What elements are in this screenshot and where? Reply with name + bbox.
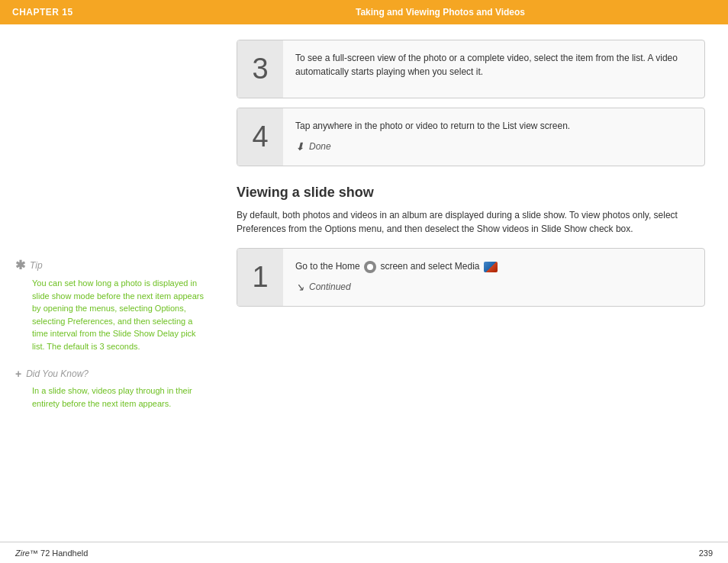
chapter-title: Taking and Viewing Photos and Videos bbox=[165, 7, 716, 18]
header-bar: CHAPTER 15 Taking and Viewing Photos and… bbox=[0, 0, 728, 24]
dyk-plus-icon: + bbox=[15, 368, 21, 380]
tip-label: Tip bbox=[30, 260, 43, 271]
tip-text: You can set how long a photo is displaye… bbox=[15, 277, 206, 352]
sidebar: ✱ Tip You can set how long a photo is di… bbox=[0, 24, 221, 563]
footer-page-number: 239 bbox=[699, 549, 713, 558]
step-text-suffix: screen and select Media bbox=[380, 261, 479, 272]
section-desc-slideshow: By default, both photos and videos in an… bbox=[237, 208, 705, 236]
step-number-1: 1 bbox=[237, 249, 283, 306]
step-card-1: 1 Go to the Home screen and select Media… bbox=[237, 248, 705, 307]
step-card-3: 3 To see a full-screen view of the photo… bbox=[237, 40, 705, 98]
tip-section: ✱ Tip You can set how long a photo is di… bbox=[15, 258, 206, 352]
dyk-header: + Did You Know? bbox=[15, 368, 206, 380]
chapter-label: CHAPTER 15 bbox=[12, 7, 165, 18]
step-card-4: 4 Tap anywhere in the photo or video to … bbox=[237, 108, 705, 166]
done-label: Done bbox=[309, 141, 331, 152]
continued-label: Continued bbox=[309, 282, 351, 292]
step-body-4: Tap anywhere in the photo or video to re… bbox=[283, 108, 704, 166]
step-text-4: Tap anywhere in the photo or video to re… bbox=[295, 119, 692, 133]
main-content: ✱ Tip You can set how long a photo is di… bbox=[0, 24, 728, 563]
done-arrow-icon: ⬇ bbox=[295, 140, 304, 153]
step-done-indicator: ⬇ Done bbox=[295, 140, 692, 153]
step-text-prefix: Go to the Home bbox=[295, 261, 360, 272]
step-number-4: 4 bbox=[237, 108, 283, 166]
step-body-3: To see a full-screen view of the photo o… bbox=[283, 40, 704, 98]
tip-asterisk-icon: ✱ bbox=[15, 258, 25, 272]
footer: Zire™ 72 Handheld 239 bbox=[0, 542, 728, 563]
tip-header: ✱ Tip bbox=[15, 258, 206, 272]
footer-brand: Zire™ 72 Handheld bbox=[15, 549, 699, 558]
dyk-label: Did You Know? bbox=[26, 368, 89, 379]
continued-arrow-icon: ↘ bbox=[295, 281, 304, 293]
media-icon bbox=[484, 262, 498, 272]
dyk-text: In a slide show, videos play through in … bbox=[15, 384, 206, 410]
step-body-1: Go to the Home screen and select Media ↘… bbox=[283, 249, 704, 306]
footer-trademark: ™ bbox=[30, 549, 38, 558]
step-text-1: Go to the Home screen and select Media bbox=[295, 259, 692, 273]
step-continued-indicator: ↘ Continued bbox=[295, 281, 692, 293]
step-number-3: 3 bbox=[237, 40, 283, 98]
did-you-know-section: + Did You Know? In a slide show, videos … bbox=[15, 368, 206, 410]
footer-model: 72 Handheld bbox=[38, 549, 88, 558]
step-text-3: To see a full-screen view of the photo o… bbox=[295, 51, 692, 79]
right-content: 3 To see a full-screen view of the photo… bbox=[221, 24, 728, 563]
home-icon bbox=[364, 261, 376, 273]
section-heading-slideshow: Viewing a slide show bbox=[237, 185, 705, 201]
footer-brand-name: Zire bbox=[15, 549, 30, 558]
